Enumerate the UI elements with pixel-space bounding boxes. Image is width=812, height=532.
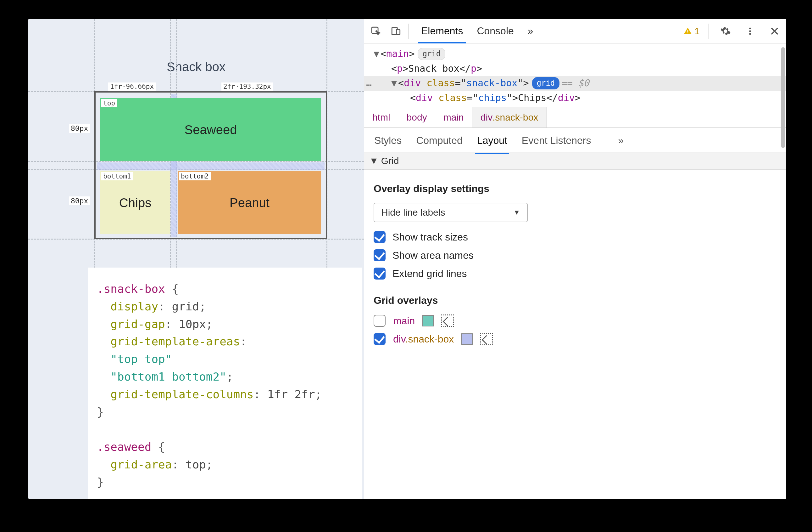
dom-breadcrumb: html body main div.snack-box [364, 107, 786, 128]
overlay-row-main: main [374, 314, 777, 327]
checkbox-checked-icon[interactable] [374, 249, 386, 261]
color-swatch[interactable] [422, 315, 434, 326]
color-swatch[interactable] [461, 333, 473, 345]
svg-point-6 [749, 30, 751, 32]
opt-extend-grid-lines[interactable]: Extend grid lines [374, 268, 777, 280]
dom-p[interactable]: <p>Snack box</p> [374, 61, 780, 76]
devtools-toolbar: Elements Console » 1 [364, 19, 786, 43]
grid-badge-main[interactable]: grid [418, 48, 445, 60]
kebab-menu-icon[interactable] [742, 23, 758, 39]
tab-console[interactable]: Console [476, 19, 515, 42]
line-labels-select[interactable]: Hide line labels ▼ [374, 203, 528, 222]
crumb-snack-box[interactable]: div.snack-box [472, 107, 547, 127]
seaweed-text: Seaweed [185, 123, 237, 137]
device-toolbar-icon[interactable] [388, 23, 404, 39]
svg-rect-3 [687, 30, 688, 32]
grid-section-header[interactable]: ▼ Grid [364, 152, 786, 170]
subtab-layout[interactable]: Layout [476, 133, 508, 154]
grid-badge-snackbox[interactable]: grid [532, 77, 560, 89]
area-label-bottom2: bottom2 [179, 172, 211, 180]
settings-gear-icon[interactable] [717, 23, 734, 39]
highlight-element-icon[interactable] [480, 333, 493, 345]
dom-chips[interactable]: <div class="chips">Chips</div> [374, 91, 780, 106]
svg-rect-4 [687, 32, 688, 33]
warnings-count: 1 [694, 26, 700, 37]
tab-elements[interactable]: Elements [420, 19, 464, 42]
svg-point-7 [749, 33, 751, 35]
col-track-2-label: 2fr·193.32px [221, 83, 273, 91]
snack-box-grid: 1fr·96.66px 2fr·193.32px 80px 80px top S… [95, 91, 327, 239]
area-label-top: top [101, 99, 117, 107]
tab-more-chevron[interactable]: » [526, 19, 535, 42]
checkbox-checked-icon[interactable] [374, 268, 386, 280]
subtab-computed[interactable]: Computed [416, 133, 463, 154]
dom-tree[interactable]: ▼<main>grid <p>Snack box</p> ▼<div class… [364, 43, 786, 107]
crumb-main[interactable]: main [435, 107, 472, 127]
checkbox-unchecked-icon[interactable] [374, 315, 386, 327]
checkbox-checked-icon[interactable] [374, 333, 386, 345]
scrollbar[interactable] [781, 47, 785, 493]
peanut-text: Peanut [230, 196, 270, 210]
area-label-bottom1: bottom1 [101, 172, 133, 180]
overlay-settings-heading: Overlay display settings [374, 183, 777, 195]
highlight-element-icon[interactable] [441, 314, 454, 327]
cell-seaweed: top Seaweed [100, 98, 321, 161]
dom-main[interactable]: ▼<main>grid [374, 46, 780, 61]
subtab-more-chevron[interactable]: » [617, 133, 624, 154]
dom-snack-box[interactable]: ▼<div class="snack-box">grid==$0 [364, 76, 786, 91]
chevron-down-icon: ▼ [369, 155, 379, 166]
subtab-event-listeners[interactable]: Event Listeners [521, 133, 592, 154]
styles-subtabs: Styles Computed Layout Event Listeners » [364, 128, 786, 152]
inspect-element-icon[interactable] [368, 23, 384, 39]
page-title: Snack box [28, 60, 364, 74]
svg-point-5 [749, 27, 751, 29]
svg-rect-2 [396, 29, 400, 34]
overlay-row-snack-box: div.snack-box [374, 333, 777, 345]
checkbox-checked-icon[interactable] [374, 231, 386, 243]
cell-chips: bottom1 Chips [100, 171, 170, 234]
subtab-styles[interactable]: Styles [374, 133, 402, 154]
overlay-name-main[interactable]: main [393, 315, 415, 327]
devtools-panel: Elements Console » 1 [364, 19, 786, 499]
grid-overlays-heading: Grid overlays [374, 295, 777, 306]
opt-show-track-sizes[interactable]: Show track sizes [374, 231, 777, 243]
row-size-2-label: 80px [69, 196, 90, 205]
overlay-name-snack-box[interactable]: div.snack-box [393, 333, 454, 345]
css-code-block: .snack-box { display: grid; grid-gap: 10… [88, 268, 362, 499]
cell-peanut: bottom2 Peanut [178, 171, 321, 234]
chevron-down-icon: ▼ [513, 208, 520, 216]
col-track-1-label: 1fr·96.66px [108, 83, 156, 91]
chips-text: Chips [119, 196, 151, 210]
close-devtools-icon[interactable] [767, 23, 782, 39]
crumb-html[interactable]: html [364, 107, 398, 127]
rendered-page: Snack box 1fr·96.66px 2fr·193.32px 80px … [28, 19, 364, 499]
opt-show-area-names[interactable]: Show area names [374, 249, 777, 261]
crumb-body[interactable]: body [398, 107, 435, 127]
grid-overlay-vis: 1fr·96.66px 2fr·193.32px 80px 80px top S… [95, 91, 341, 246]
warnings-badge[interactable]: 1 [683, 26, 700, 37]
row-size-1-label: 80px [69, 124, 90, 133]
